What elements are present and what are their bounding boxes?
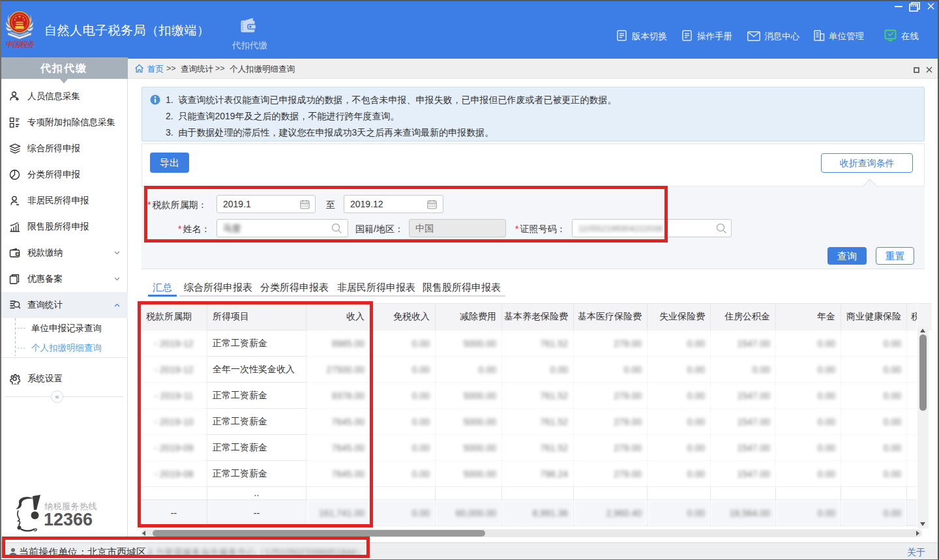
svg-text:中国税务: 中国税务 bbox=[5, 40, 35, 49]
